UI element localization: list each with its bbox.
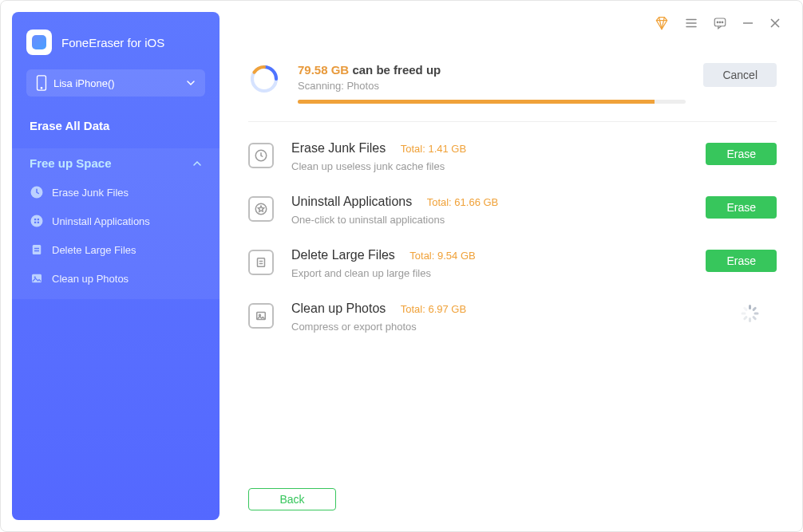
svg-rect-7 [38,222,39,223]
nav-free-up-space-section: Free up Space Erase Junk Files Uninstall… [12,148,220,299]
window-controls [654,15,781,31]
item-desc: Clean up useless junk cache files [291,160,688,172]
item-total: Total: 6.97 GB [401,303,466,315]
device-name: Lisa iPhone() [53,77,186,89]
close-button[interactable] [769,17,781,30]
row-uninstall-applications: Uninstall Applications Total: 61.66 GB O… [248,183,777,237]
erase-button[interactable]: Erase [706,196,777,219]
cancel-button[interactable]: Cancel [703,63,777,87]
photo-icon [30,271,44,286]
nav-erase-all-data[interactable]: Erase All Data [12,111,220,140]
svg-point-18 [719,22,721,23]
svg-point-19 [722,22,723,23]
file-icon [30,242,44,257]
app-window: FoneEraser for iOS Lisa iPhone() Erase A… [0,0,803,532]
phone-icon [36,75,47,91]
freed-size: 79.58 GB [298,63,349,77]
row-delete-large-files: Delete Large Files Total: 9.54 GB Export… [248,237,777,290]
sidebar-item-label: Clean up Photos [52,273,129,285]
loading-spinner-icon [740,305,758,322]
erase-button[interactable]: Erase [706,143,777,165]
menu-icon[interactable] [684,16,698,30]
svg-point-3 [31,215,43,227]
item-title: Erase Junk Files [291,141,386,155]
nav-free-up-space-label: Free up Space [30,156,192,170]
scan-progress-bar [298,100,686,104]
item-desc: Export and clean up large files [291,267,688,279]
row-clean-up-photos: Clean up Photos Total: 6.97 GB Compress … [248,290,777,344]
freed-suffix: can be freed up [349,63,441,77]
scan-summary: 79.58 GB can be freed up [298,63,686,77]
sidebar-item-delete-large-files[interactable]: Delete Large Files [12,235,220,264]
file-outline-icon [248,250,274,275]
item-title: Uninstall Applications [291,195,412,208]
brand: FoneEraser for iOS [12,23,220,69]
app-logo-icon [26,30,52,55]
sidebar-item-label: Delete Large Files [52,244,136,256]
sidebar: FoneEraser for iOS Lisa iPhone() Erase A… [12,12,220,520]
svg-point-17 [717,22,718,23]
item-desc: One-click to uninstall applications [291,214,688,226]
sidebar-item-clean-up-photos[interactable]: Clean up Photos [12,264,220,293]
scan-status-row: 79.58 GB can be freed up Scanning: Photo… [248,63,777,104]
clock-outline-icon [248,143,274,168]
svg-rect-4 [34,219,36,220]
nav-submenu: Erase Junk Files Uninstall Applications … [12,178,220,299]
svg-rect-6 [34,222,36,223]
chevron-down-icon [186,78,196,88]
sidebar-item-erase-junk-files[interactable]: Erase Junk Files [12,178,220,207]
nav-free-up-space[interactable]: Free up Space [12,148,220,178]
apps-icon [30,214,44,228]
scan-progress-fill [298,100,655,104]
sidebar-item-uninstall-applications[interactable]: Uninstall Applications [12,207,220,235]
svg-rect-11 [32,274,42,283]
scan-spinner-icon [248,63,280,95]
svg-rect-8 [33,245,42,254]
device-selector[interactable]: Lisa iPhone() [26,69,205,97]
feedback-icon[interactable] [713,16,727,30]
item-total: Total: 61.66 GB [427,196,499,208]
clock-icon [30,185,44,199]
svg-point-1 [41,88,42,89]
item-total: Total: 1.41 GB [401,143,466,155]
minimize-button[interactable] [742,17,754,30]
scan-status-text: Scanning: Photos [298,80,686,92]
diamond-icon[interactable] [654,15,670,31]
item-title: Clean up Photos [291,301,386,315]
item-title: Delete Large Files [291,248,395,262]
star-outline-icon [248,196,274,222]
back-button[interactable]: Back [248,488,336,510]
svg-rect-5 [38,219,39,220]
sidebar-item-label: Uninstall Applications [52,215,150,227]
svg-rect-26 [258,258,265,267]
main-panel: 79.58 GB can be freed up Scanning: Photo… [220,1,802,531]
erase-button[interactable]: Erase [706,250,777,272]
item-total: Total: 9.54 GB [409,250,475,262]
divider [248,121,777,122]
app-title: FoneEraser for iOS [61,36,164,49]
chevron-up-icon [192,159,202,168]
sidebar-item-label: Erase Junk Files [52,187,129,199]
photo-outline-icon [248,303,274,329]
row-erase-junk-files: Erase Junk Files Total: 1.41 GB Clean up… [248,130,777,183]
item-desc: Compress or export photos [291,321,722,333]
